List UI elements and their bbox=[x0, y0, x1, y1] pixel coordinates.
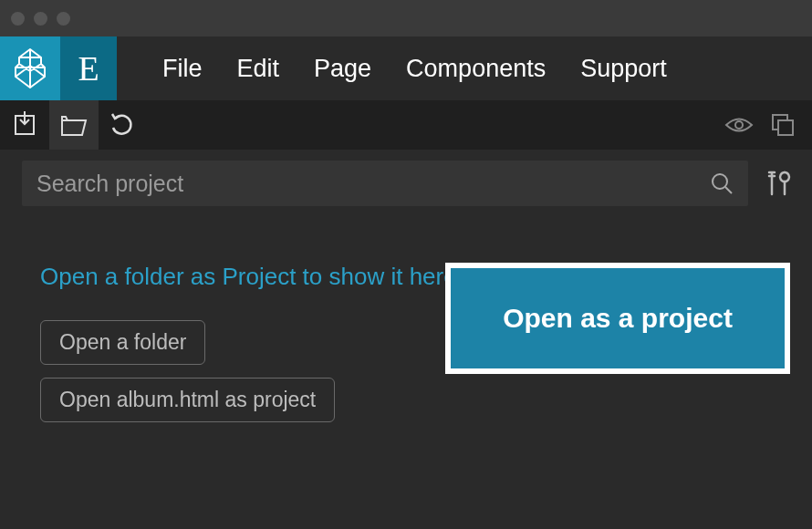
tools-button[interactable] bbox=[765, 169, 794, 198]
search-container bbox=[22, 161, 748, 206]
maximize-window-icon[interactable] bbox=[57, 12, 70, 26]
menu-support[interactable]: Support bbox=[580, 55, 667, 83]
copy-button[interactable] bbox=[770, 112, 796, 138]
searchbar-row bbox=[0, 150, 812, 217]
undo-icon bbox=[109, 111, 137, 139]
open-file-as-project-button[interactable]: Open album.html as project bbox=[40, 378, 335, 422]
mode-indicator[interactable]: E bbox=[60, 36, 117, 100]
toolbar-left bbox=[0, 100, 148, 150]
content-area: Open a folder as Project to show it here… bbox=[0, 217, 812, 422]
search-icon[interactable] bbox=[710, 171, 734, 195]
minimize-window-icon[interactable] bbox=[34, 12, 47, 26]
project-panel-button[interactable] bbox=[49, 100, 99, 150]
app-logo[interactable] bbox=[0, 36, 60, 100]
callout-label: Open as a project bbox=[503, 303, 733, 334]
tools-icon bbox=[765, 169, 794, 198]
toolbar-right bbox=[724, 112, 796, 138]
svg-line-4 bbox=[725, 187, 732, 193]
undo-button[interactable] bbox=[99, 100, 148, 150]
svg-point-0 bbox=[735, 121, 743, 129]
toolbar bbox=[0, 100, 812, 150]
open-folder-button[interactable]: Open a folder bbox=[40, 320, 205, 365]
menubar: E File Edit Page Components Support bbox=[0, 36, 812, 100]
import-icon bbox=[11, 111, 38, 139]
menu-page[interactable]: Page bbox=[314, 55, 371, 83]
svg-rect-2 bbox=[778, 120, 793, 135]
open-as-project-callout[interactable]: Open as a project bbox=[445, 263, 790, 374]
menu-file[interactable]: File bbox=[162, 55, 203, 83]
eye-icon bbox=[724, 115, 754, 135]
copy-icon bbox=[770, 112, 796, 138]
menu-edit[interactable]: Edit bbox=[237, 55, 280, 83]
visibility-button[interactable] bbox=[724, 115, 754, 135]
menu-components[interactable]: Components bbox=[406, 55, 546, 83]
search-input[interactable] bbox=[36, 171, 710, 197]
import-button[interactable] bbox=[0, 100, 49, 150]
svg-point-3 bbox=[713, 174, 727, 189]
pinecone-icon bbox=[12, 47, 48, 89]
close-window-icon[interactable] bbox=[11, 12, 25, 26]
mode-letter: E bbox=[78, 48, 99, 88]
folder-open-icon bbox=[60, 113, 88, 137]
menu-items: File Edit Page Components Support bbox=[117, 36, 667, 100]
window-titlebar bbox=[0, 0, 812, 36]
